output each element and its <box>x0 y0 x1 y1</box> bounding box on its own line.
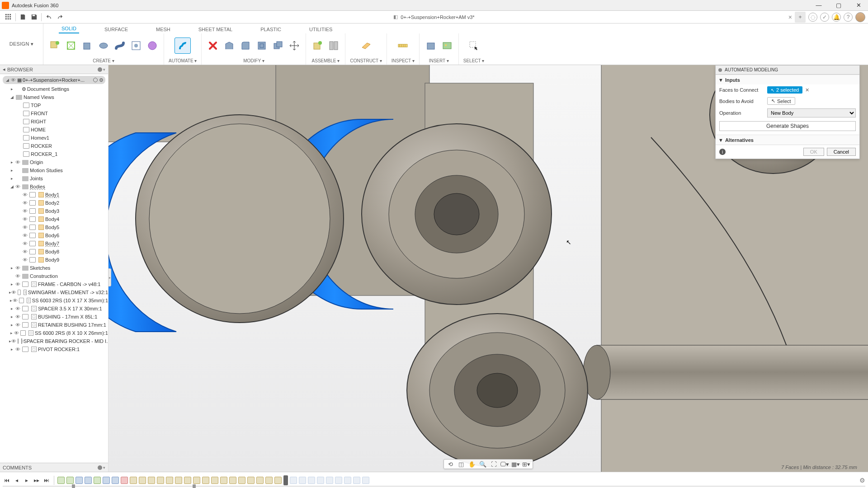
new-tab-button[interactable]: ＋ <box>795 12 806 23</box>
tree-motion-studies[interactable]: ▸Motion Studies <box>0 166 108 174</box>
move-button[interactable] <box>288 39 301 52</box>
ribbon-tab-solid[interactable]: SOLID <box>59 24 79 33</box>
window-minimize-button[interactable]: — <box>811 1 826 10</box>
orbit-button[interactable]: ⟲ <box>446 460 455 468</box>
section-inputs[interactable]: ▼Inputs <box>716 75 859 84</box>
timeline-feature[interactable] <box>335 477 342 484</box>
tree-bodies[interactable]: ◢👁Bodies <box>0 183 108 191</box>
redo-button[interactable] <box>54 12 65 23</box>
timeline-feature[interactable] <box>274 477 282 484</box>
timeline-feature[interactable] <box>326 477 333 484</box>
tree-sketches[interactable]: ▸👁Sketches <box>0 264 108 272</box>
tree-body-item[interactable]: 👁Body9 <box>0 256 108 264</box>
new-component-button[interactable] <box>311 39 324 52</box>
extensions-icon[interactable]: ◌ <box>808 13 817 22</box>
timeline-feature[interactable] <box>175 477 182 484</box>
timeline-feature[interactable] <box>202 477 209 484</box>
ribbon-group-label[interactable]: CREATE ▾ <box>93 58 114 64</box>
timeline-feature[interactable] <box>211 477 218 484</box>
extrude-button[interactable] <box>80 39 94 52</box>
fillet-button[interactable] <box>239 39 252 52</box>
timeline-settings-button[interactable]: ⚙ <box>859 477 865 484</box>
tree-component-item[interactable]: ▸👁SPACER 3.5 X 17 X 30mm:1 <box>0 305 108 313</box>
timeline-start-button[interactable]: ⏮ <box>3 476 11 484</box>
pan-button[interactable]: ✋ <box>467 460 476 468</box>
timeline-end-button[interactable]: ⏭ <box>42 476 51 484</box>
timeline-feature[interactable] <box>238 477 245 484</box>
tab-close-button[interactable]: × <box>788 14 792 21</box>
measure-button[interactable] <box>396 39 410 52</box>
window-maximize-button[interactable]: ▢ <box>831 1 846 10</box>
operation-dropdown[interactable]: New Body <box>767 108 856 117</box>
tree-joints[interactable]: ▸Joints <box>0 174 108 183</box>
timeline-feature[interactable] <box>75 477 83 484</box>
delete-button[interactable] <box>206 39 220 52</box>
tree-view-item[interactable]: FRONT <box>0 109 108 117</box>
ribbon-group-label[interactable]: MODIFY ▾ <box>243 58 264 64</box>
timeline-feature[interactable] <box>265 477 273 484</box>
timeline-feature[interactable] <box>157 477 164 484</box>
undo-button[interactable] <box>43 12 54 23</box>
timeline-play-button[interactable]: ▸ <box>23 476 31 484</box>
tree-body-item[interactable]: 👁Body6 <box>0 231 108 239</box>
workspace-switcher[interactable]: DESIGN ▾ <box>9 41 34 47</box>
ok-button[interactable]: OK <box>803 148 824 156</box>
timeline-forward-button[interactable]: ▸▸ <box>33 476 41 484</box>
ribbon-tab-sheetmetal[interactable]: SHEET METAL <box>196 25 235 33</box>
timeline-feature[interactable] <box>184 477 191 484</box>
tree-view-item[interactable]: Homev1 <box>0 134 108 142</box>
tree-body-item[interactable]: 👁Body1 <box>0 191 108 199</box>
new-sketch-button[interactable] <box>48 39 61 52</box>
notifications-icon[interactable]: 🔔 <box>832 13 841 22</box>
timeline-feature[interactable] <box>247 477 255 484</box>
tree-component-item[interactable]: ▸👁PIVOT ROCKER:1 <box>0 345 108 353</box>
ribbon-tab-surface[interactable]: SURFACE <box>102 25 131 33</box>
timeline-feature[interactable] <box>220 477 227 484</box>
timeline-feature[interactable] <box>308 477 315 484</box>
info-icon[interactable]: i <box>719 149 726 155</box>
file-menu-button[interactable] <box>18 12 28 23</box>
ribbon-group-label[interactable]: SELECT ▾ <box>463 58 485 64</box>
ribbon-group-label[interactable]: INSPECT ▾ <box>392 58 415 64</box>
construct-plane-button[interactable] <box>359 39 373 52</box>
tree-doc-settings[interactable]: ▸⚙Document Settings <box>0 85 108 93</box>
tree-body-item[interactable]: 👁Body7 <box>0 239 108 248</box>
timeline-feature[interactable] <box>148 477 155 484</box>
timeline-feature[interactable] <box>317 477 324 484</box>
tree-component-item[interactable]: ▸👁RETAINER BUSHING 17mm:1 <box>0 321 108 329</box>
user-avatar[interactable] <box>855 12 865 22</box>
timeline-feature[interactable] <box>353 477 360 484</box>
browser-collapse-handle[interactable]: ▸ <box>108 268 111 286</box>
timeline-feature[interactable] <box>299 477 306 484</box>
zoom-button[interactable]: 🔍 <box>478 460 487 468</box>
section-alternatives[interactable]: ▼Alternatives <box>716 135 859 145</box>
generate-shapes-button[interactable]: Generate Shapes <box>719 121 856 131</box>
timeline-feature[interactable] <box>166 477 173 484</box>
viewport-layouts-button[interactable]: ⊞▾ <box>522 460 531 468</box>
tree-body-item[interactable]: 👁Body5 <box>0 223 108 231</box>
look-at-button[interactable]: ◫ <box>457 460 466 468</box>
tree-component-item[interactable]: ▸👁SS 6003 2RS (10 X 17 X 35mm):1 <box>0 296 108 305</box>
fit-button[interactable]: ⛶ <box>489 460 498 468</box>
cancel-button[interactable]: Cancel <box>827 148 856 156</box>
browser-header[interactable]: ◂ BROWSER ▾ <box>0 65 108 74</box>
timeline-feature[interactable] <box>85 477 92 484</box>
revolve-button[interactable] <box>97 39 110 52</box>
automated-modeling-button[interactable] <box>175 38 191 54</box>
ribbon-group-label[interactable]: INSERT ▾ <box>429 58 449 64</box>
timeline-feature[interactable] <box>94 477 101 484</box>
timeline-feature[interactable] <box>130 477 137 484</box>
timeline-feature[interactable] <box>256 477 264 484</box>
joint-button[interactable] <box>327 39 340 52</box>
press-pull-button[interactable] <box>222 39 236 52</box>
timeline-feature[interactable] <box>121 477 128 484</box>
tree-component-item[interactable]: ▸👁SPACER BEARING ROCKER - MID I... <box>0 337 108 345</box>
grid-settings-button[interactable]: ▦▾ <box>511 460 520 468</box>
tree-body-item[interactable]: 👁Body2 <box>0 199 108 207</box>
tree-body-item[interactable]: 👁Body3 <box>0 207 108 215</box>
ribbon-group-label[interactable]: CONSTRUCT ▾ <box>350 58 382 64</box>
bodies-to-avoid-select[interactable]: ↖Select <box>767 97 795 105</box>
ribbon-group-label[interactable]: AUTOMATE ▾ <box>169 58 197 64</box>
tree-root[interactable]: ◢👁▦0+-+Suspension+Rocker+...⚙ <box>3 76 105 84</box>
comments-header[interactable]: COMMENTS ▾ <box>0 463 108 472</box>
